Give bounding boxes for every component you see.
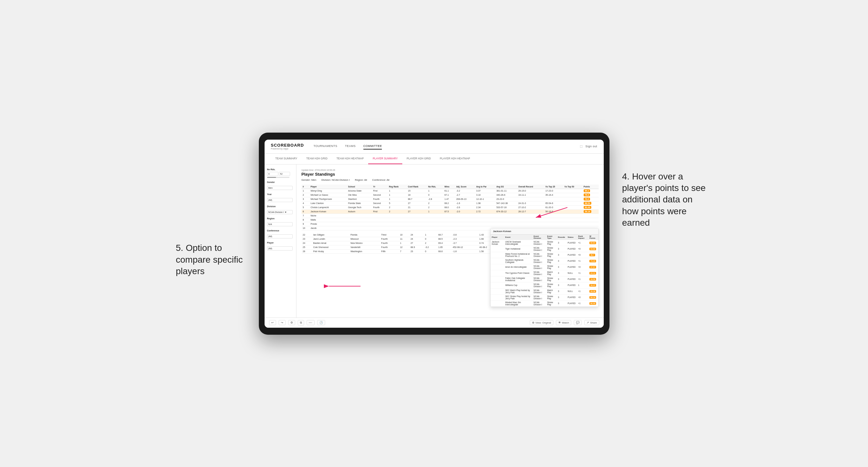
- popup-points-cell[interactable]: 56.18: [588, 294, 598, 300]
- table-row[interactable]: 7Niche: [302, 214, 599, 218]
- popup-cell: SEC Stroke Play hosted by Jerry Pate: [504, 294, 532, 300]
- popup-cell: [491, 270, 504, 276]
- clock-button[interactable]: 🕐: [317, 320, 325, 325]
- dash-button[interactable]: —·: [307, 320, 315, 325]
- popup-points-badge[interactable]: 24.11: [589, 272, 596, 275]
- player-select[interactable]: (All): [267, 246, 292, 251]
- popup-points-cell[interactable]: 53.60: [588, 246, 598, 252]
- popup-points-badge[interactable]: 29.38: [589, 290, 596, 292]
- extra-cell-0: 24: [302, 241, 312, 245]
- points-cell[interactable]: [582, 214, 599, 218]
- no-rds-slider[interactable]: [267, 177, 289, 178]
- popup-points-badge[interactable]: 30.47: [589, 284, 596, 287]
- popup-points-badge[interactable]: 48.7: [589, 254, 595, 256]
- points-badge[interactable]: 60.49: [584, 206, 591, 209]
- division-select[interactable]: NCAA Division I ▼: [267, 210, 292, 214]
- popup-points-badge[interactable]: 73.23: [589, 260, 596, 262]
- share-button[interactable]: ↗ Share: [584, 320, 599, 325]
- points-badge[interactable]: 68.54: [584, 202, 591, 205]
- tab-team-summary[interactable]: TEAM SUMMARY: [271, 154, 302, 164]
- col-reg-rank: Reg Rank: [388, 185, 407, 189]
- no-rds-to-input[interactable]: [279, 172, 290, 176]
- watch-button[interactable]: 👁 Watch: [556, 320, 571, 325]
- cell-11: [517, 218, 544, 222]
- no-rds-from-input[interactable]: [267, 172, 278, 176]
- points-badge[interactable]: 58.18: [584, 210, 591, 213]
- table-row[interactable]: 1Wenyi DingArizona StateFirst115161.1-3.…: [302, 189, 599, 193]
- table-row[interactable]: 3Michael ThorbjornsenStanfordFourth188.7…: [302, 197, 599, 201]
- points-badge[interactable]: 76.3: [584, 193, 590, 196]
- popup-cell: 3: [557, 300, 566, 306]
- popup-points-cell[interactable]: 37.57: [588, 264, 598, 270]
- cell-12: [544, 197, 563, 201]
- gender-select[interactable]: Men Women: [267, 186, 292, 190]
- table-row[interactable]: 8Matts: [302, 218, 599, 222]
- points-cell[interactable]: 60.49: [582, 205, 599, 210]
- cell-0: 10: [302, 226, 310, 230]
- popup-points-cell[interactable]: 48.7: [588, 252, 598, 258]
- copy-button[interactable]: ⧉: [298, 320, 304, 325]
- tab-player-h2h-grid[interactable]: PLAYER H2H GRID: [402, 154, 435, 164]
- points-cell[interactable]: 58.18: [582, 210, 599, 214]
- popup-points-cell[interactable]: 16.50: [588, 276, 598, 282]
- cell-6: [427, 214, 443, 218]
- extra-cell-2: Vanderbilt: [349, 245, 380, 249]
- points-badge[interactable]: 88.2: [584, 189, 590, 192]
- table-row[interactable]: 9Presto: [302, 222, 599, 226]
- table-row[interactable]: 6Jackson KoivanAuburnFirst227187.5-2.02.…: [302, 210, 599, 214]
- cell-4: 2: [388, 205, 407, 210]
- conference-select[interactable]: (All): [267, 234, 292, 239]
- region-select[interactable]: N/A: [267, 222, 292, 226]
- view-original-button[interactable]: ⊕ View: Original: [530, 320, 553, 325]
- popup-points-badge[interactable]: 60.64: [589, 242, 596, 244]
- cell-11: 27-10-2: [517, 205, 544, 210]
- popup-points-cell[interactable]: 24.11: [588, 270, 598, 276]
- popup-row: Fallen Oak Collegiate InvitationalNCAA D…: [491, 276, 598, 282]
- extra-cell-8: -1.8: [452, 249, 478, 253]
- nav-committee[interactable]: COMMITTEE: [363, 143, 382, 150]
- year-select[interactable]: (All): [267, 198, 292, 202]
- copy-icon: ⧉: [300, 321, 302, 324]
- tab-player-summary[interactable]: PLAYER SUMMARY: [368, 154, 402, 164]
- year-label: Year: [267, 193, 293, 195]
- points-cell[interactable]: 88.2: [582, 189, 599, 193]
- cell-0: 9: [302, 222, 310, 226]
- tab-player-h2h-heatmap[interactable]: PLAYER H2H HEATMAP: [435, 154, 475, 164]
- points-cell[interactable]: 68.54: [582, 201, 599, 205]
- popup-points-badge[interactable]: 37.57: [589, 266, 596, 269]
- popup-col-type: Event Type: [546, 235, 557, 240]
- undo-button[interactable]: ↩: [269, 320, 276, 325]
- redo-button[interactable]: ↪: [279, 320, 286, 325]
- popup-cell: 3: [557, 258, 566, 264]
- popup-points-badge[interactable]: 53.60: [589, 248, 596, 250]
- points-badge[interactable]: 70.2: [584, 198, 590, 200]
- filter-button[interactable]: ⚙: [288, 320, 295, 325]
- points-cell[interactable]: 76.3: [582, 193, 599, 197]
- popup-points-cell[interactable]: 29.38: [588, 288, 598, 294]
- nav-teams[interactable]: TEAMS: [345, 143, 356, 150]
- popup-points-badge[interactable]: 16.50: [589, 278, 596, 281]
- popup-table: Player Event Event Division Event Type R…: [491, 235, 598, 307]
- cell-13: [563, 218, 582, 222]
- tab-team-h2h-grid[interactable]: TEAM H2H GRID: [302, 154, 332, 164]
- cell-6: -2.8: [427, 197, 443, 201]
- popup-points-cell[interactable]: 60.64: [588, 240, 598, 246]
- nav-tournaments[interactable]: TOURNAMENTS: [313, 143, 337, 150]
- comment-button[interactable]: 💬: [574, 320, 582, 325]
- sign-out-button[interactable]: Sign out: [585, 144, 597, 149]
- popup-points-cell[interactable]: 66.40: [588, 300, 598, 306]
- table-row[interactable]: 2Michael Le SassoOle MissSecond118067.1-…: [302, 193, 599, 197]
- table-row[interactable]: 4Luke ClantonFlorida StateSecond527268.2…: [302, 201, 599, 205]
- table-row[interactable]: 5Christo LamprechtGeorgia TechFourth2212…: [302, 205, 599, 210]
- points-cell[interactable]: [582, 222, 599, 226]
- popup-points-cell[interactable]: 30.47: [588, 282, 598, 288]
- cell-11: [517, 222, 544, 226]
- popup-cell: +1: [577, 288, 588, 294]
- cell-6: 2: [427, 205, 443, 210]
- popup-points-badge[interactable]: 56.18: [589, 296, 596, 299]
- popup-points-cell[interactable]: 73.23: [588, 258, 598, 264]
- points-cell[interactable]: [582, 218, 599, 222]
- popup-points-badge[interactable]: 66.40: [589, 302, 596, 305]
- points-cell[interactable]: 70.2: [582, 197, 599, 201]
- tab-team-h2h-heatmap[interactable]: TEAM H2H HEATMAP: [332, 154, 368, 164]
